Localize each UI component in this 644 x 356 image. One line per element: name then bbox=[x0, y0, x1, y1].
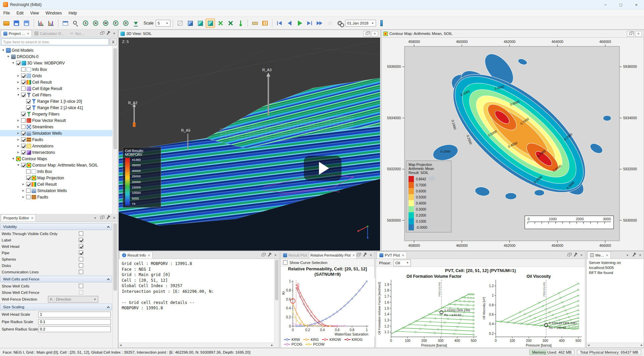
tree-item-cell-filters[interactable]: ▼Cell Filters bbox=[0, 92, 112, 98]
checkbox-disks[interactable] bbox=[79, 263, 83, 268]
anim-first-icon[interactable] bbox=[275, 18, 284, 28]
tree-item-info-box[interactable]: Info Box bbox=[0, 66, 112, 73]
expand-arrow[interactable]: ▼ bbox=[16, 164, 20, 167]
minimize-button[interactable]: − bbox=[598, 0, 613, 9]
messages-hscroll[interactable]: ◀▶ bbox=[587, 343, 644, 348]
legend-krow[interactable]: KROW bbox=[322, 338, 341, 342]
tree-item-drogon-0[interactable]: ▼DROGON-0 bbox=[0, 53, 112, 60]
plot-main-window-icon[interactable] bbox=[36, 18, 46, 28]
legend-krg[interactable]: KRG bbox=[303, 338, 319, 342]
tab-close-icon[interactable] bbox=[148, 253, 150, 257]
checkbox[interactable] bbox=[21, 74, 25, 78]
menu-view[interactable]: View bbox=[27, 9, 42, 17]
anim-step-forward-icon[interactable] bbox=[305, 18, 314, 28]
pin-button[interactable] bbox=[266, 252, 272, 258]
close-panel-button[interactable] bbox=[111, 31, 117, 36]
expand-arrow[interactable]: ▼ bbox=[16, 93, 20, 96]
tab-close-icon[interactable] bbox=[31, 216, 33, 220]
video-play-button[interactable] bbox=[304, 156, 341, 181]
pin-button[interactable] bbox=[105, 31, 111, 36]
restore-button[interactable] bbox=[363, 31, 370, 37]
expand-arrow[interactable]: ▶ bbox=[21, 183, 25, 186]
tree-search-input[interactable] bbox=[1, 38, 109, 45]
checkbox[interactable] bbox=[21, 80, 25, 84]
tab-property-editor[interactable]: Property Editor bbox=[1, 214, 36, 221]
tab-result-plot[interactable]: Result Plot bbox=[281, 252, 309, 259]
input-well-head-scale[interactable] bbox=[38, 312, 111, 317]
tree-item-intersections[interactable]: ▶Intersections bbox=[0, 149, 112, 155]
legend-krog[interactable]: KROG bbox=[344, 338, 363, 342]
injection-flow-icon[interactable] bbox=[226, 18, 235, 28]
anim-step-back-icon[interactable] bbox=[285, 18, 294, 28]
checkbox-pipe[interactable] bbox=[79, 251, 83, 255]
checkbox[interactable] bbox=[21, 125, 25, 129]
tree-item-grid-models[interactable]: ▼Grid Models bbox=[0, 47, 112, 53]
view3d-viewport[interactable]: R_A2 R_A3 R_A5 Z: 5 Cell Results: MOBPOR… bbox=[119, 38, 380, 251]
tree-item-flow-vector-result[interactable]: ▶Flow Vector Result bbox=[0, 117, 112, 124]
result-info-hscroll[interactable]: ◀▶ bbox=[119, 343, 274, 348]
view-west-icon[interactable]: W bbox=[101, 18, 110, 28]
save-project-as-icon[interactable] bbox=[22, 18, 31, 28]
checkbox-show-well-cell-fence[interactable] bbox=[79, 290, 83, 295]
close-view-button[interactable]: × bbox=[371, 31, 378, 37]
checkbox[interactable] bbox=[26, 99, 31, 103]
tab-calculator[interactable]: Calculator D... bbox=[32, 30, 67, 37]
legend-krw[interactable]: KRW bbox=[284, 338, 300, 342]
tree-item-cell-result[interactable]: ▶Cell Result bbox=[0, 79, 112, 85]
checkbox-label[interactable] bbox=[79, 238, 83, 242]
tab-project-tree[interactable]: Project ... bbox=[1, 30, 32, 37]
tree-item-range-filter-1-i-slice-20[interactable]: Range Filter 1 [I-slice 20] bbox=[0, 98, 112, 104]
tree-item-map-projection[interactable]: Map Projection bbox=[0, 175, 112, 181]
expand-arrow[interactable]: ▶ bbox=[21, 189, 25, 192]
tab-pvt-plot[interactable]: PVT Plot bbox=[377, 252, 407, 259]
tab-close-icon[interactable] bbox=[27, 32, 29, 36]
checkbox[interactable] bbox=[26, 195, 31, 199]
view-settings-icon[interactable] bbox=[335, 18, 344, 28]
checkbox[interactable] bbox=[26, 188, 31, 193]
expand-arrow[interactable]: ▼ bbox=[1, 49, 5, 52]
maximize-button[interactable]: □ bbox=[613, 0, 629, 9]
checkbox[interactable] bbox=[21, 67, 25, 72]
tree-scrollbar[interactable] bbox=[112, 46, 118, 214]
tree-item-simulation-wells[interactable]: ▶Simulation Wells bbox=[0, 187, 112, 194]
undo-icon[interactable]: ↺ bbox=[325, 18, 334, 28]
tab-scripts[interactable]: Scr... bbox=[67, 30, 87, 37]
dropdown-button[interactable] bbox=[625, 252, 630, 258]
view-east-icon[interactable]: E bbox=[111, 18, 120, 28]
snap-to-plane-icon[interactable] bbox=[131, 18, 141, 28]
expand-arrow[interactable]: ▶ bbox=[16, 132, 20, 135]
search-clear-button[interactable]: X bbox=[110, 38, 117, 45]
expand-arrow[interactable]: ▶ bbox=[16, 138, 20, 141]
pin-button[interactable] bbox=[105, 215, 111, 221]
checkbox[interactable] bbox=[21, 93, 25, 97]
float-button[interactable] bbox=[260, 252, 266, 258]
property-scrollbar[interactable] bbox=[112, 222, 118, 348]
legend-pcog[interactable]: PCOG bbox=[284, 342, 302, 346]
tree-item-faults[interactable]: ▶Faults bbox=[0, 136, 112, 143]
expand-arrow[interactable]: ▶ bbox=[16, 74, 20, 77]
anim-play-icon[interactable] bbox=[295, 18, 304, 28]
flow-arrows-icon[interactable] bbox=[216, 18, 225, 28]
section-size-scaling[interactable]: Size Scaling bbox=[0, 304, 112, 310]
view-down-icon[interactable]: D bbox=[121, 18, 130, 28]
date-select[interactable]: 01.Jan 2018▼ bbox=[345, 20, 376, 27]
tree-item-cell-edge-result[interactable]: ▶Cell Edge Result bbox=[0, 85, 112, 92]
tree-item-simulation-wells[interactable]: ▶Simulation Wells bbox=[0, 130, 112, 136]
menu-edit[interactable]: Edit bbox=[13, 9, 27, 17]
tree-item-contour-maps[interactable]: ▼Contour Maps bbox=[0, 155, 112, 162]
expand-arrow[interactable]: ▶ bbox=[16, 119, 20, 122]
restore-button[interactable] bbox=[627, 31, 634, 37]
tree-item-contour-map-arithmetic-mean-soil[interactable]: ▼Contour Map: Arithmetic Mean, SOIL bbox=[0, 162, 112, 168]
close-panel-button[interactable] bbox=[579, 252, 584, 258]
contour-map-title-bar[interactable]: Contour Map: Arithmetic Mean, SOIL × bbox=[382, 30, 644, 38]
tree-item-3d-view-mobporv[interactable]: ▼3D View: MOBPORV bbox=[0, 60, 112, 66]
checkbox[interactable] bbox=[26, 169, 31, 174]
expand-arrow[interactable]: ▼ bbox=[6, 55, 10, 58]
checkbox[interactable] bbox=[21, 137, 25, 142]
float-button[interactable] bbox=[355, 252, 361, 258]
expand-arrow[interactable]: ▶ bbox=[16, 87, 20, 90]
well-connections-icon[interactable] bbox=[236, 18, 245, 28]
tree-item-range-filter-2-j-slice-41[interactable]: Range Filter 2 [J-slice 41] bbox=[0, 104, 112, 111]
show-curve-selection-checkbox[interactable] bbox=[283, 260, 287, 265]
float-button[interactable] bbox=[99, 215, 104, 221]
